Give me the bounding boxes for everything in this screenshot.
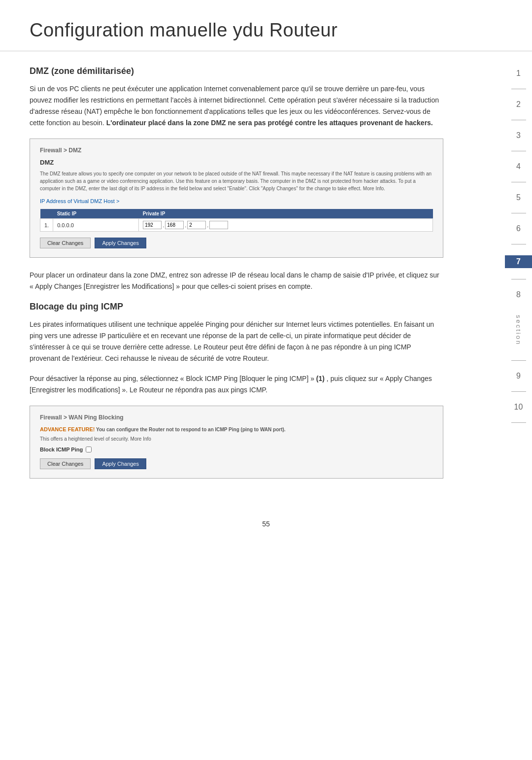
section-label: section [515,315,522,345]
wan-btn-row: Clear Changes Apply Changes [40,458,433,469]
sidebar-num-7[interactable]: 7 [505,255,532,268]
sidebar-divider-3 [511,151,526,151]
sidebar-num-9[interactable]: 9 [505,372,532,380]
block-ping-label: Block ICMP Ping [40,447,83,452]
wan-advance-text: You can configure the Router not to resp… [95,427,285,432]
sidebar-num-2[interactable]: 2 [505,100,532,109]
wan-security-text: This offers a heightened level of securi… [40,436,433,442]
block-ping-row: Block ICMP Ping [40,447,433,452]
dmz-private-ip-4[interactable] [209,221,228,229]
dmz-private-ip-2[interactable] [165,221,184,229]
wan-apply-button[interactable]: Apply Changes [95,458,146,469]
dmz-table: Static IP Private IP 1. 0.0.0.0 . . [40,209,433,232]
dmz-private-ip-1[interactable] [143,221,162,229]
wan-breadcrumb: Firewall > WAN Ping Blocking [40,414,433,421]
sidebar-num-8[interactable]: 8 [505,290,532,299]
sidebar-divider-1 [511,89,526,89]
dmz-ui-description: The DMZ feature allows you to specify on… [40,170,433,192]
sidebar-divider-9 [511,391,526,392]
sidebar-divider-5 [511,213,526,213]
sidebar-num-3[interactable]: 3 [505,131,532,140]
sidebar-divider-8 [511,360,526,361]
sidebar-divider-4 [511,182,526,182]
dmz-btn-row: Clear Changes Apply Changes [40,238,433,248]
ping-heading: Blocage du ping ICMP [30,302,443,312]
dmz-paragraph2: Pour placer un ordinateur dans la zone D… [30,270,443,292]
sidebar-divider-7 [511,279,526,279]
sidebar-num-5[interactable]: 5 [505,193,532,202]
dmz-row-num: 1. [40,219,53,232]
sidebar-divider-2 [511,120,526,120]
sidebar-divider-10 [511,422,526,423]
main-content: DMZ (zone démilitarisée) Si un de vos PC… [0,51,473,510]
dmz-private-ip-cell: . . . [139,219,433,232]
dmz-ui-box: Firewall > DMZ DMZ The DMZ feature allow… [30,138,443,258]
dmz-breadcrumb: Firewall > DMZ [40,147,433,154]
sidebar-num-6[interactable]: 6 [505,224,532,233]
wan-ping-ui-box: Firewall > WAN Ping Blocking ADVANCE FEA… [30,406,443,479]
wan-clear-button[interactable]: Clear Changes [40,458,91,469]
dmz-static-ip: 0.0.0.0 [53,219,139,232]
dmz-col-private: Private IP [139,209,433,219]
ping-paragraph1: Les pirates informatiques utilisent une … [30,319,443,364]
page-title: Configuration manuelle ydu Routeur [30,20,502,41]
block-ping-checkbox[interactable] [86,447,92,452]
wan-advance-label: ADVANCE FEATURE! You can configure the R… [40,426,433,433]
dmz-ui-title: DMZ [40,159,433,166]
sidebar-num-1[interactable]: 1 [505,69,532,78]
dmz-private-ip-3[interactable] [187,221,206,229]
ping-paragraph2: Pour désactiver la réponse au ping, séle… [30,373,443,396]
table-row: 1. 0.0.0.0 . . . [40,219,433,232]
dmz-apply-button[interactable]: Apply Changes [95,238,146,248]
dmz-paragraph1: Si un de vos PC clients ne peut éxécuter… [30,83,443,129]
ping-inline-bold: (1) [316,375,325,382]
sidebar-divider-6 [511,244,526,244]
dmz-ip-label[interactable]: IP Address of Virtual DMZ Host > [40,198,433,204]
dmz-bold-text: L'ordinateur placé dans la zone DMZ ne s… [106,119,433,127]
dmz-heading: DMZ (zone démilitarisée) [30,66,443,76]
dmz-col-static: Static IP [53,209,139,219]
page-title-area: Configuration manuelle ydu Routeur [0,0,532,51]
sidebar-num-4[interactable]: 4 [505,162,532,171]
dmz-clear-button[interactable]: Clear Changes [40,238,91,248]
dmz-col-num [40,209,53,219]
right-sidebar: 1 2 3 4 5 6 7 8 section 9 10 [505,0,532,760]
sidebar-num-10[interactable]: 10 [505,403,532,412]
page-number: 55 [0,510,532,543]
